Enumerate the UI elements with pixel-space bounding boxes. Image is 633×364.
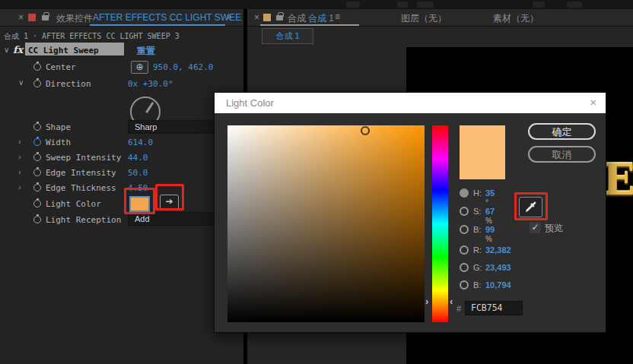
field-value[interactable]: 67 % (485, 207, 495, 225)
field-label: R: (473, 245, 482, 255)
stopwatch-icon[interactable] (33, 63, 41, 71)
tab-layer-label[interactable]: 图层（无） (401, 12, 447, 25)
param-row-edge-intensity: › Edge Intensity 50.0 (0, 166, 243, 181)
expand-icon[interactable]: › (18, 167, 21, 176)
stopwatch-icon[interactable] (33, 169, 41, 176)
param-value[interactable]: 0x +30.0° (128, 79, 173, 89)
light-color-dialog: Light Color × › ‹ 确定 取消 H: 35 ° S: 67 % … (214, 92, 606, 333)
stopwatch-icon[interactable] (33, 123, 41, 131)
dialog-title: Light Color (226, 97, 274, 109)
twirl-down-icon[interactable]: ∨ (18, 78, 24, 87)
preview-checkbox[interactable]: ✓ (530, 222, 541, 233)
dialog-titlebar[interactable]: Light Color × (215, 93, 606, 113)
expand-icon[interactable]: › (18, 152, 21, 161)
effect-controls-tabbar: × 效果控件 AFTER EFFECTS CC LIGHT SWEE » (0, 9, 243, 27)
param-row-center: Center ⊕ 950.0, 462.0 (0, 60, 243, 75)
field-label: B: (473, 225, 481, 234)
composition-tabbar: × 合成 合成 1 ≡ 图层（无） 素材（无） (247, 9, 633, 27)
field-label: G: (473, 263, 482, 272)
radio-red[interactable] (460, 245, 469, 255)
effect-header-row[interactable]: ∨ fx CC Light Sweep 重置 (0, 44, 243, 58)
param-row-sweep-intensity: › Sweep Intensity 44.0 (0, 150, 243, 166)
field-label: S: (473, 207, 481, 216)
param-label: Width (46, 138, 71, 147)
ok-button[interactable]: 确定 (528, 123, 596, 140)
param-label: Center (46, 62, 76, 72)
param-label: Light Color (46, 199, 101, 209)
stopwatch-icon[interactable] (33, 216, 41, 223)
param-label: Shape (46, 122, 71, 132)
field-value[interactable]: 23,493 (485, 263, 511, 272)
param-value[interactable]: 950.0, 462.0 (153, 62, 213, 72)
active-tab-underline (90, 24, 225, 26)
hex-input[interactable]: FCB754 (465, 301, 523, 315)
dialog-close-icon[interactable]: × (590, 96, 596, 109)
stopwatch-icon[interactable] (33, 80, 41, 87)
toolbar-icon (346, 2, 360, 8)
saturation-brightness-field[interactable] (227, 125, 425, 322)
param-label: Edge Intensity (46, 168, 116, 178)
twirl-down-icon[interactable]: ∨ (4, 46, 9, 54)
shape-dropdown[interactable]: Sharp (128, 120, 222, 134)
radio-brightness[interactable] (460, 225, 469, 234)
annotation-box-picker (155, 184, 184, 210)
lock-icon[interactable] (276, 15, 283, 21)
param-label: Direction (46, 79, 91, 89)
effect-controls-panel: × 效果控件 AFTER EFFECTS CC LIGHT SWEE » 合成 … (0, 9, 243, 364)
param-value[interactable]: 614.0 (128, 138, 153, 147)
preview-label: 预览 (545, 222, 563, 235)
stopwatch-icon[interactable] (33, 154, 41, 161)
radio-green[interactable] (460, 263, 469, 272)
stopwatch-icon[interactable] (33, 184, 41, 191)
hue-slider-arrow-left[interactable]: › (425, 298, 428, 305)
tab-footage-label[interactable]: 素材（无） (493, 12, 539, 25)
reset-effect-link[interactable]: 重置 (137, 45, 155, 58)
dial-needle (145, 102, 154, 113)
expand-icon[interactable]: › (18, 182, 21, 191)
top-toolbar-strip (0, 0, 633, 9)
param-value[interactable]: 44.0 (128, 153, 148, 163)
fx-badge-icon: fx (13, 44, 23, 55)
field-value[interactable]: 99 % (485, 225, 495, 243)
field-value[interactable]: 35 ° (485, 188, 495, 207)
radio-blue[interactable] (460, 280, 469, 290)
toolbar-icon (533, 2, 545, 8)
effect-name-highlight[interactable]: CC Light Sweep (25, 43, 124, 55)
param-label: Light Reception (46, 215, 121, 225)
param-row-light-color: Light Color ➔ (0, 196, 243, 213)
hue-slider-arrow-right[interactable]: ‹ (450, 298, 453, 305)
close-tab-icon[interactable]: × (254, 12, 259, 23)
tab-overflow-chevron-icon[interactable]: » (227, 11, 232, 22)
stopwatch-icon[interactable] (33, 200, 41, 207)
annotation-box-swatch (124, 188, 155, 214)
field-value[interactable]: 32,382 (485, 245, 511, 255)
radio-hue[interactable] (460, 188, 469, 198)
field-value[interactable]: 10,794 (485, 280, 511, 290)
color-field-cursor[interactable] (361, 126, 370, 135)
tab-effect-controls-label[interactable]: 效果控件 (56, 12, 93, 25)
comp-viewer-tab[interactable]: 合成 1 (262, 28, 313, 44)
tab-active-comp-name[interactable]: 合成 1 (308, 12, 334, 25)
comp-title-letter: E (603, 154, 633, 204)
point-picker-button[interactable]: ⊕ (131, 61, 148, 74)
param-row-direction: ∨ Direction 0x +30.0° (0, 77, 243, 92)
active-tab-underline (260, 24, 359, 26)
toolbar-icon (397, 2, 408, 8)
hue-slider[interactable] (432, 125, 448, 322)
expand-icon[interactable]: › (18, 137, 21, 146)
close-tab-icon[interactable]: × (18, 12, 24, 23)
selected-color-preview (460, 125, 505, 179)
breadcrumb: 合成 1 · AFTER EFFECTS CC LIGHT SWEEP 3 (4, 31, 180, 42)
panel-color-square-icon (263, 14, 271, 21)
lock-icon[interactable] (42, 15, 49, 21)
radio-saturation[interactable] (460, 207, 469, 216)
param-value[interactable]: 50.0 (128, 168, 148, 178)
cancel-button[interactable]: 取消 (528, 146, 596, 163)
toolbar-icon (417, 2, 434, 8)
tab-active-layer-name[interactable]: AFTER EFFECTS CC LIGHT SWEE (93, 12, 241, 23)
toolbar-icon (567, 2, 582, 8)
param-row-shape: Shape Sharp (0, 120, 243, 135)
tab-composition-label[interactable]: 合成 (288, 12, 306, 25)
panel-menu-icon[interactable]: ≡ (335, 11, 340, 22)
stopwatch-icon-active[interactable] (33, 138, 41, 146)
